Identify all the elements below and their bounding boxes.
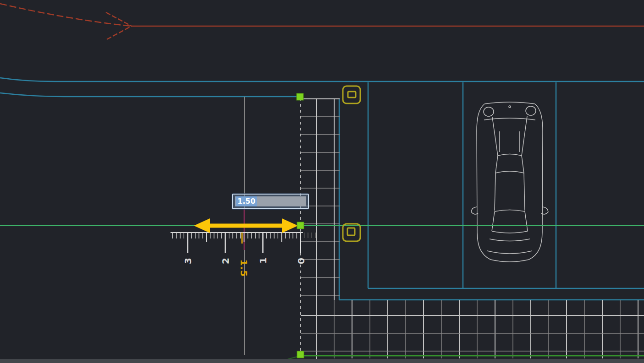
dynamic-input-field[interactable]: 1.50	[235, 196, 306, 206]
car-block[interactable]	[471, 102, 548, 262]
ruler-active-value: 1.5	[239, 260, 248, 277]
canvas-bottom-edge	[0, 359, 644, 363]
grip-square-middle	[297, 222, 304, 229]
ruler-label-1: 1	[259, 257, 268, 264]
dynamic-input-value: 1.50	[236, 196, 257, 206]
ruler-label-0: 0	[297, 258, 306, 264]
drawing-geometry	[0, 0, 644, 363]
hatch-grid-bottom[interactable]	[301, 300, 644, 358]
cad-drawing-canvas[interactable]: 3 2 1 0 1.5 1.50	[0, 0, 644, 363]
grip-square-bottom	[297, 351, 304, 358]
traffic-arrow-red[interactable]	[0, 4, 644, 39]
headlight-right	[526, 106, 536, 115]
dimension-ruler	[171, 233, 315, 253]
hatch-badge-middle[interactable]	[343, 224, 360, 241]
dynamic-input-box[interactable]: 1.50	[232, 194, 309, 209]
stretch-arrow[interactable]	[194, 218, 298, 233]
ruler-label-3: 3	[183, 258, 193, 264]
grip-square-top	[297, 93, 303, 100]
headlight-left	[484, 107, 494, 116]
lane-lines-teal[interactable]	[0, 78, 644, 300]
ruler-label-2: 2	[221, 258, 230, 264]
hatch-badge-top[interactable]	[343, 86, 360, 103]
